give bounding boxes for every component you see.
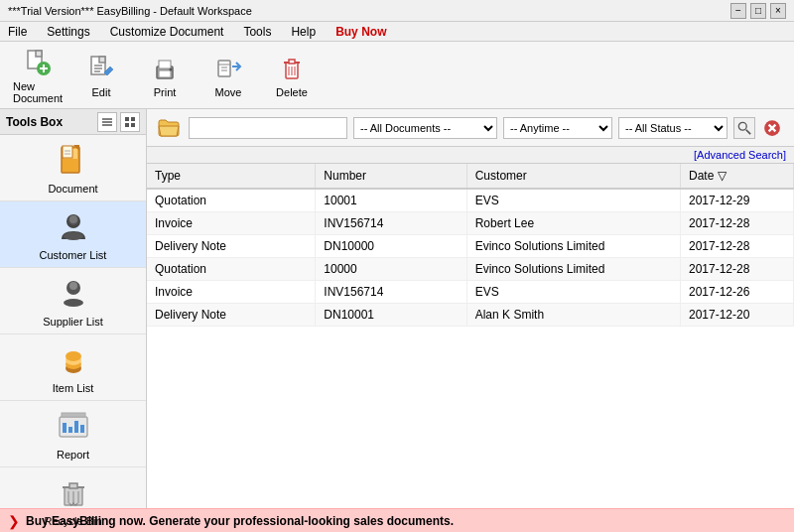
item-list-icon xyxy=(56,342,91,378)
cell-type: Invoice xyxy=(147,212,316,235)
table-row[interactable]: Quotation10001EVS2017-12-29 xyxy=(147,189,794,212)
supplier-list-icon xyxy=(56,276,91,312)
svg-rect-13 xyxy=(159,70,171,77)
table-area: Type Number Customer Date ▽ Quotation100… xyxy=(147,164,794,508)
menu-customize-document[interactable]: Customize Document xyxy=(106,25,228,39)
svg-rect-14 xyxy=(159,61,171,68)
toolbar: New Document Edit Print xyxy=(0,42,794,109)
status-arrow-icon: ❯ xyxy=(8,513,20,529)
move-label: Move xyxy=(215,86,242,98)
delete-button[interactable]: Delete xyxy=(262,47,322,104)
svg-rect-31 xyxy=(125,123,129,127)
svg-line-63 xyxy=(746,129,750,133)
search-button[interactable] xyxy=(733,117,755,139)
menu-settings[interactable]: Settings xyxy=(43,25,93,39)
search-bar: -- All Documents -- Quotation Invoice De… xyxy=(147,109,794,147)
cell-number: INV156714 xyxy=(316,281,466,304)
cell-type: Delivery Note xyxy=(147,235,316,258)
clear-search-button[interactable] xyxy=(761,117,783,139)
sidebar-item-item-list[interactable]: Item List xyxy=(0,334,146,401)
col-header-date[interactable]: Date ▽ xyxy=(680,164,793,189)
list-view-button[interactable] xyxy=(97,112,117,132)
svg-point-62 xyxy=(738,122,746,130)
svg-point-49 xyxy=(66,351,81,361)
svg-rect-1 xyxy=(36,51,42,57)
print-button[interactable]: Print xyxy=(135,47,195,104)
menu-file[interactable]: File xyxy=(4,25,31,39)
new-document-button[interactable]: New Document xyxy=(8,47,67,104)
table-row[interactable]: Quotation10000Evinco Solutions Limited20… xyxy=(147,258,794,281)
search-input[interactable] xyxy=(189,117,347,139)
edit-icon xyxy=(85,53,117,84)
sidebar: Tools Box xyxy=(0,109,147,508)
cell-type: Quotation xyxy=(147,258,316,281)
svg-rect-53 xyxy=(68,427,72,433)
svg-rect-29 xyxy=(125,117,129,121)
sidebar-document-label: Document xyxy=(48,183,97,195)
sidebar-supplier-list-label: Supplier List xyxy=(43,316,103,328)
move-button[interactable]: Move xyxy=(198,47,258,104)
svg-point-42 xyxy=(64,232,83,240)
main-area: Tools Box xyxy=(0,109,794,508)
table-row[interactable]: InvoiceINV156714Robert Lee2017-12-28 xyxy=(147,212,794,235)
sidebar-report-label: Report xyxy=(57,449,89,461)
documents-table: Type Number Customer Date ▽ Quotation100… xyxy=(147,164,794,327)
advanced-search-link[interactable]: [Advanced Search] xyxy=(147,147,794,164)
cell-number: DN10001 xyxy=(316,304,466,327)
minimize-button[interactable]: − xyxy=(730,3,746,19)
report-icon xyxy=(56,409,91,445)
sidebar-item-list-label: Item List xyxy=(53,382,94,394)
cell-date: 2017-12-28 xyxy=(680,212,793,235)
menu-tools[interactable]: Tools xyxy=(239,25,275,39)
cell-date: 2017-12-28 xyxy=(680,235,793,258)
svg-point-44 xyxy=(69,282,77,290)
move-icon xyxy=(212,53,244,84)
cell-customer: Evinco Solutions Limited xyxy=(466,235,680,258)
svg-rect-32 xyxy=(131,123,135,127)
document-type-filter[interactable]: -- All Documents -- Quotation Invoice De… xyxy=(353,117,497,139)
sidebar-customer-list-label: Customer List xyxy=(40,249,107,261)
menu-buy-now[interactable]: Buy Now xyxy=(331,25,390,39)
close-button[interactable]: × xyxy=(770,3,786,19)
sidebar-item-customer-list[interactable]: Customer List xyxy=(0,201,146,268)
col-header-type[interactable]: Type xyxy=(147,164,316,189)
cell-number: 10001 xyxy=(316,189,466,212)
time-filter[interactable]: -- Anytime -- Today This Week This Month… xyxy=(503,117,612,139)
customer-list-icon xyxy=(56,209,91,245)
cell-type: Quotation xyxy=(147,189,316,212)
col-header-number[interactable]: Number xyxy=(316,164,466,189)
svg-rect-58 xyxy=(69,483,77,488)
table-row[interactable]: InvoiceINV156714EVS2017-12-26 xyxy=(147,281,794,304)
table-row[interactable]: Delivery NoteDN10001Alan K Smith2017-12-… xyxy=(147,304,794,327)
menu-bar: File Settings Customize Document Tools H… xyxy=(0,22,794,42)
sidebar-item-report[interactable]: Report xyxy=(0,401,146,467)
cell-date: 2017-12-29 xyxy=(680,189,793,212)
window-controls[interactable]: − □ × xyxy=(730,3,786,19)
delete-label: Delete xyxy=(276,86,308,98)
cell-customer: Alan K Smith xyxy=(466,304,680,327)
table-row[interactable]: Delivery NoteDN10000Evinco Solutions Lim… xyxy=(147,235,794,258)
cell-customer: Evinco Solutions Limited xyxy=(466,258,680,281)
edit-button[interactable]: Edit xyxy=(71,47,131,104)
svg-rect-30 xyxy=(131,117,135,121)
svg-point-45 xyxy=(64,299,83,307)
maximize-button[interactable]: □ xyxy=(750,3,766,19)
grid-view-button[interactable] xyxy=(120,112,140,132)
folder-button[interactable] xyxy=(155,114,183,142)
cell-customer: EVS xyxy=(466,189,680,212)
col-header-customer[interactable]: Customer xyxy=(466,164,680,189)
recycle-bin-icon xyxy=(56,475,91,511)
svg-rect-35 xyxy=(63,146,72,158)
cell-number: DN10000 xyxy=(316,235,466,258)
cell-type: Delivery Note xyxy=(147,304,316,327)
status-text: Buy EasyBilling now. Generate your profe… xyxy=(26,514,454,528)
cell-number: 10000 xyxy=(316,258,466,281)
status-filter[interactable]: -- All Status -- Draft Confirmed Paid xyxy=(618,117,728,139)
document-icon xyxy=(56,143,91,179)
new-document-icon xyxy=(22,47,54,78)
svg-rect-6 xyxy=(99,57,105,63)
sidebar-item-document[interactable]: Document xyxy=(0,135,146,201)
sidebar-item-supplier-list[interactable]: Supplier List xyxy=(0,268,146,334)
menu-help[interactable]: Help xyxy=(287,25,320,39)
edit-label: Edit xyxy=(92,86,111,98)
